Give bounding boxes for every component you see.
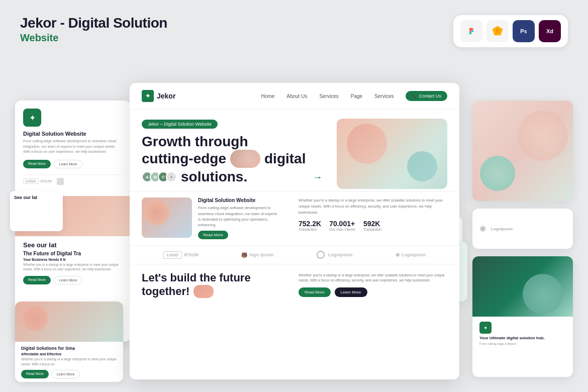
right-top-card [472,101,573,201]
top-area: Jekor - Digital Solution Website Ps Xd [0,0,588,57]
stat-num-3: 592K [363,220,381,228]
nav-contact-btn[interactable]: 📞 Contact Us [406,91,447,101]
stat-label-2: Our User Clients [329,228,355,231]
business-needs-title: Your Business Needs It N [23,258,123,261]
logo-4-text: Logoipsum [402,252,426,257]
info-read-more[interactable]: Read More [198,231,228,239]
footer-thumb-image [193,285,214,298]
bottom-left-title: Digital Solutions for Sma [21,346,117,351]
nav-page[interactable]: Page [351,93,362,99]
left-card-desc: From cutting-edge software development t… [23,139,123,155]
stat-label-3: Transaction [363,228,381,231]
footer-title-line2: together! [142,285,290,298]
right-bottom-card: ✦ Your Ultimate digital solution hub. Fr… [472,256,573,377]
main-website-mockup: ✦ Jekor Home About Us Services Page Serv… [130,83,459,379]
info-thumbnail [142,198,192,238]
left-card-read-more[interactable]: Read More [23,160,51,168]
info-text-block: Digital Solution Website From cutting-ed… [198,198,278,239]
future-desc: Whether you is a startup or a large ente… [23,262,123,272]
blc-read-more[interactable]: Read More [21,370,49,378]
hero-title-line2: cutting-edge digital [142,150,323,168]
see-our-text: See our lat [14,195,59,200]
hero-inline-image [230,150,260,168]
stat-num-1: 752.2K [299,220,321,228]
nav-services[interactable]: Services [319,93,338,99]
see-our-card: See our lat [10,191,63,231]
avatar-plus: + [166,171,177,182]
stat-clients: 70.001+ Our User Clients [329,220,355,231]
future-digital-title: The Future of Digital Tra [23,251,123,256]
page-title: Jekor - Digital Solution [20,15,167,31]
mockup-navbar: ✦ Jekor Home About Us Services Page Serv… [130,83,459,110]
nav-about[interactable]: About Us [286,93,307,99]
hero-cutting-edge: cutting-edge [142,151,226,167]
logo-ipsum-box: LOGO [23,178,39,184]
bottom-left-content: Digital Solutions for Sma Affordable and… [15,342,123,382]
footer-read-more[interactable]: Read More [299,287,331,297]
mockup-info-section: Digital Solution Website From cutting-ed… [130,191,459,245]
see-our-latest-title: See our lat [23,241,123,249]
right-middle-card: ❋ Logoipsum [472,209,573,249]
logo-2: 🐻 logo ipsum [241,252,273,258]
stat-label-1: Transaction [299,228,321,231]
hero-title-line3: A B C + solutions. → [142,169,323,185]
logo-3-text: Logoipsum [328,252,353,257]
right-bottom-logo: ✦ [479,322,492,334]
logo-2-text: logo ipsum [249,252,273,257]
info-left: Digital Solution Website From cutting-ed… [142,198,290,239]
footer-title-line1: Let's build the future [142,271,290,284]
footer-right: Whether you're a startup or a large ente… [299,273,447,297]
right-bottom-content: ✦ Your Ultimate digital solution hub. Fr… [472,317,573,351]
nav-services2[interactable]: Services [374,93,394,99]
footer-desc: Whether you're a startup or a large ente… [299,273,447,283]
right-bottom-desc: From cutting-edge software [479,342,566,346]
bottom-left-image [15,302,123,342]
logo-4: ❋ Logoipsum [396,252,426,258]
right-top-image [472,101,573,201]
hero-arrow-icon: → [313,171,323,183]
page-subtitle: Website [20,32,167,44]
learn-more-btn-small[interactable]: Learn More [54,276,83,284]
bottom-left-buttons: Read More Learn More [21,370,117,378]
info-desc: From cutting-edge software development t… [198,205,278,228]
left-card-logo-row: LOGO IPSUM [23,174,123,188]
mockup-footer-section: Let's build the future together! Whether… [130,264,459,305]
info-right: Whether you're a startup or a large ente… [299,198,447,239]
hero-right-image [337,119,447,189]
blc-learn-more[interactable]: Learn More [51,370,80,378]
nav-brand-name: Jekor [157,92,175,100]
hero-avatars: A B C + [142,171,177,182]
bottom-left-subtitle: Affordable and Effective [21,352,117,356]
read-more-btn-small[interactable]: Read More [23,276,51,284]
info-title: Digital Solution Website [198,198,278,203]
logo-3: Logoipsum [317,251,353,259]
nav-logo: ✦ Jekor [142,90,175,102]
info-right-desc: Whether you're a startup or a large ente… [299,198,447,216]
sketch-icon[interactable] [486,20,509,42]
title-block: Jekor - Digital Solution Website [20,15,167,44]
footer-learn-more[interactable]: Learn More [335,287,367,297]
footer-title: Let's build the future together! [142,271,290,298]
left-card-logo-icon: ✦ [23,109,41,127]
xd-icon[interactable]: Xd [539,20,561,42]
logos-row: LOGO IPSUM 🐻 logo ipsum Logoipsum ❋ Logo… [130,245,459,264]
right-middle-logo-icon: ❋ [479,224,486,234]
nav-home[interactable]: Home [261,93,275,99]
right-bottom-image [472,256,573,317]
right-middle-logo-text: Logoipsum [491,227,513,231]
left-card-title: Digital Solution Website [23,131,123,137]
stat-transactions: 752.2K Transaction [299,220,321,231]
figma-icon[interactable] [460,20,482,42]
nav-logo-icon: ✦ [142,90,154,102]
left-card-learn-more[interactable]: Learn More [54,160,83,168]
hero-solutions: solutions. [181,169,247,185]
stat-transactions-2: 592K Transaction [363,220,381,231]
photoshop-icon[interactable]: Ps [513,20,535,42]
footer-buttons: Read More Learn More [299,287,447,297]
bottom-left-card: Digital Solutions for Sma Affordable and… [15,302,123,382]
hero-digital: digital [264,151,306,167]
nav-contact-label: Contact Us [419,93,441,99]
logo-1: LOGO IPSUM [163,251,199,259]
bottom-left-desc: Whether you is a startup or a large ente… [21,357,117,367]
tool-icons-container: Ps Xd [453,15,568,47]
